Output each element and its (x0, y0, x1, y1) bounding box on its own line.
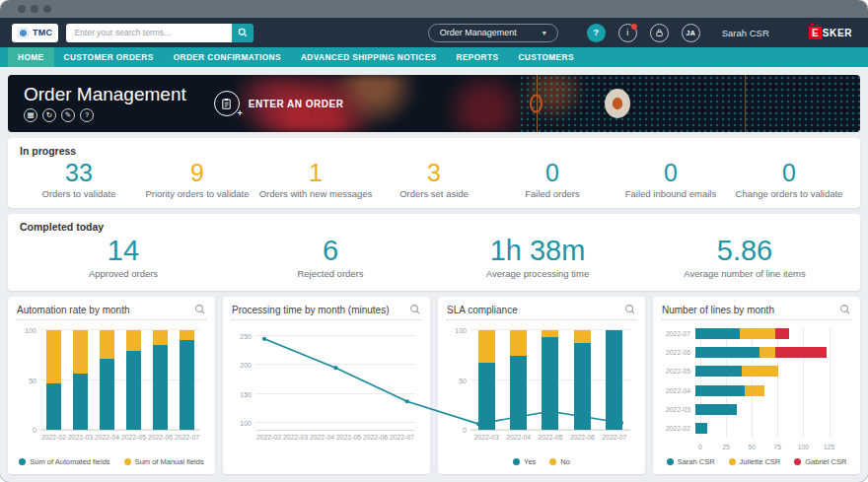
kpi-label: Change orders to validate (730, 188, 848, 199)
legend-label: Sarah CSR (678, 457, 715, 466)
bar-segment (73, 330, 88, 373)
magnifier-icon[interactable] (624, 304, 636, 315)
help-button[interactable]: ? (587, 24, 606, 42)
kpi-value: 1 (256, 159, 375, 187)
kpi-label: Orders to validate (20, 188, 138, 199)
kpi-row: 33Orders to validate9Priority orders to … (20, 159, 848, 199)
chevron-down-icon: ▾ (542, 29, 546, 37)
axis-label: 100 (17, 327, 36, 334)
help-icon[interactable]: ? (80, 108, 94, 122)
bar-segment (542, 330, 558, 337)
bar-track (695, 328, 839, 339)
legend-dot-icon (729, 458, 736, 465)
edit-icon[interactable]: ✎ (61, 108, 75, 122)
security-button[interactable] (650, 24, 669, 42)
main-nav: HOMECUSTOMER ORDERSORDER CONFIRMATIONSAD… (0, 47, 868, 67)
bar-segment (180, 330, 194, 340)
analytics-icon[interactable]: ▦ (24, 108, 37, 122)
axis-label: 150 (232, 390, 252, 397)
section-title: Completed today (20, 221, 848, 233)
axis-label: 0 (698, 445, 702, 451)
axis-label: 2022-02 (662, 425, 695, 432)
bar-segment (73, 374, 88, 431)
search-button[interactable] (232, 24, 253, 42)
kpi: 3Orders set aside (375, 159, 493, 199)
nav-item-home[interactable]: HOME (8, 47, 54, 67)
kpi-value: 6 (227, 235, 434, 267)
legend-dot-icon (794, 458, 801, 465)
axis-label: 2022-02 (255, 431, 282, 441)
tmc-logo[interactable]: TMC (12, 24, 58, 42)
kpi-label: Orders with new messages (256, 188, 375, 199)
kpi-value: 0 (493, 159, 612, 187)
enter-order-button[interactable]: + ENTER AN ORDER (214, 91, 344, 116)
bar-segment (126, 351, 141, 430)
window-control-icon[interactable] (31, 5, 38, 13)
legend-item: No (549, 457, 570, 466)
chart-title: Number of lines by month (662, 305, 774, 315)
axis-label: 2022-04 (662, 387, 695, 394)
kpi-label: Orders set aside (375, 188, 493, 199)
chart-title: Processing time by month (minutes) (232, 305, 390, 315)
app-selector-dropdown[interactable]: Order Management ▾ (428, 24, 558, 42)
user-name[interactable]: Sarah CSR (722, 28, 769, 38)
axis-label: 2022-06 (362, 431, 389, 441)
nav-item-reports[interactable]: REPORTS (447, 47, 509, 67)
nav-item-customers[interactable]: CUSTOMERS (508, 47, 583, 67)
banner-decoration (745, 75, 746, 132)
axis-label: 2022-07 (174, 431, 200, 441)
bar-segment (574, 343, 591, 430)
refresh-icon[interactable]: ↻ (42, 108, 56, 122)
axis-label: 2022-07 (389, 431, 415, 441)
axis-label: 0 (17, 427, 36, 434)
axis-label: 2022-07 (599, 431, 630, 441)
axis-label: 2022-03 (67, 431, 94, 441)
bar (606, 330, 622, 430)
legend-spacer (232, 460, 421, 468)
bar-segment (153, 345, 168, 430)
kpi-value: 0 (612, 159, 730, 187)
notifications-button[interactable]: i (618, 24, 637, 42)
magnifier-icon[interactable] (194, 304, 206, 315)
kpi: 6Rejected orders (227, 235, 434, 279)
axis-label: 50 (447, 377, 467, 383)
magnifier-icon[interactable] (839, 304, 851, 315)
kpi-label: Failed orders (493, 188, 612, 199)
legend-label: Yes (524, 457, 536, 466)
bar-segment (100, 330, 114, 359)
bar-segment (478, 330, 495, 363)
bar-segment (180, 340, 194, 430)
order-entry-icon: + (214, 91, 240, 116)
magnifier-icon[interactable] (409, 304, 421, 315)
question-mark-icon: ? (594, 28, 600, 37)
legend-item: Gabriel CSR (794, 457, 846, 466)
window-control-icon[interactable] (43, 5, 51, 13)
bar-segment (740, 328, 775, 339)
bar-segment (775, 328, 789, 339)
bar (46, 330, 61, 430)
kpi-value: 3 (375, 159, 493, 187)
chart-plot: 050100 (470, 330, 630, 431)
window-control-icon[interactable] (18, 5, 26, 13)
nav-item-advanced-shipping-notices[interactable]: ADVANCED SHIPPING NOTICES (291, 47, 447, 67)
hero-title-block: Order Management ▦ ↻ ✎ ? (24, 85, 186, 122)
nav-item-customer-orders[interactable]: CUSTOMER ORDERS (54, 47, 164, 67)
legend-dot-icon (667, 458, 674, 465)
kpi-row: 14Approved orders6Rejected orders1h 38mA… (20, 235, 848, 279)
section-title: In progress (20, 145, 848, 157)
kpi: 1Orders with new messages (256, 159, 375, 199)
axis-label: 25 (722, 445, 730, 451)
chart-plot: 02550751001252022-072022-062022-052022-0… (662, 322, 847, 451)
bar-segment (775, 347, 827, 358)
bar-segment (742, 366, 779, 377)
user-avatar-button[interactable]: JA (682, 24, 700, 42)
kpi-value: 14 (20, 235, 227, 267)
axis-label: 2022-05 (662, 368, 695, 375)
bar (126, 330, 141, 430)
avatar-initials: JA (687, 30, 695, 36)
nav-item-order-confirmations[interactable]: ORDER CONFIRMATIONS (164, 47, 291, 67)
bar-segment (745, 385, 765, 396)
bar-segment (46, 330, 61, 383)
axis-label: 2022-05 (335, 431, 362, 441)
search-input[interactable] (66, 24, 232, 42)
